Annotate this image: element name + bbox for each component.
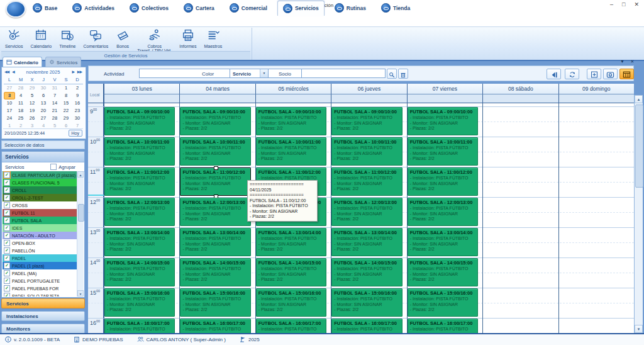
- event-futbol-sala-13-00-14-00[interactable]: FUTBOL SALA - 13:00/14:00- Instalación: …: [256, 228, 326, 256]
- minical-day[interactable]: 22: [60, 107, 72, 115]
- minical-day[interactable]: 7: [49, 92, 60, 99]
- minical-day[interactable]: 4: [15, 92, 26, 99]
- ribbon-tab-base[interactable]: Base: [28, 1, 62, 15]
- service-item-padel[interactable]: ✓PADEL: [3, 254, 78, 262]
- scroll-down-icon[interactable]: ▼: [635, 325, 643, 333]
- service-checkbox[interactable]: ✓: [4, 187, 10, 193]
- ribbon-tab-actividades[interactable]: Actividades: [67, 1, 119, 15]
- minical-day[interactable]: 17: [4, 107, 15, 115]
- event-futbol-sala-13-00-14-00[interactable]: FUTBOL SALA - 13:00/14:00- Instalación: …: [180, 228, 250, 256]
- service-checkbox[interactable]: ✓: [4, 255, 10, 261]
- scroll-down-icon[interactable]: ▼: [77, 290, 84, 297]
- service-checkbox[interactable]: ✓: [4, 247, 10, 254]
- minical-day[interactable]: 23: [72, 107, 83, 115]
- event-futbol-sala-12-00-13-00[interactable]: FUTBOL SALA - 12:00/13:00- Instalación: …: [331, 198, 402, 226]
- services-scrollbar[interactable]: ▲ ▼: [77, 171, 84, 297]
- minical-day[interactable]: 18: [15, 107, 26, 115]
- service-checkbox[interactable]: ✓: [4, 293, 10, 297]
- event-futbol-sala-16-00-17-00[interactable]: FUTBOL SALA - 16:00/17:00- Instalación: …: [408, 319, 478, 333]
- minical-day[interactable]: 29: [26, 84, 38, 92]
- dock-tab-servicios[interactable]: Servicios: [45, 57, 81, 67]
- event-futbol-sala-16-00-17-00[interactable]: FUTBOL SALA - 16:00/17:00- Instalación: …: [256, 319, 326, 333]
- ribbon-button-servicios[interactable]: Servicios: [1, 28, 26, 51]
- minical-day[interactable]: 25: [15, 115, 26, 122]
- zoom-in-button[interactable]: [587, 69, 601, 79]
- event-futbol-sala-09-00-10-00[interactable]: FUTBOL SALA - 09:00/10:00- Instalación: …: [180, 107, 250, 135]
- event-futbol-sala-09-00-10-00[interactable]: FUTBOL SALA - 09:00/10:00- Instalación: …: [104, 107, 175, 135]
- ribbon-button-cobros[interactable]: CobrosTransf. / TPV Virt.: [133, 28, 175, 51]
- minical-day[interactable]: 8: [60, 92, 72, 99]
- service-checkbox[interactable]: ✓: [4, 270, 10, 276]
- service-item-croll[interactable]: ✓CROLL: [3, 186, 78, 194]
- accordion-instalaciones[interactable]: Instalaciones: [1, 311, 85, 321]
- minical-day[interactable]: 27: [38, 115, 49, 122]
- minical-day[interactable]: 31: [49, 84, 60, 92]
- minical-day[interactable]: 21: [49, 107, 60, 115]
- scroll-up-icon[interactable]: ▲: [635, 95, 643, 103]
- allday-cell[interactable]: [255, 94, 331, 103]
- service-item-padel-portugalete[interactable]: ✓PADEL PORTUGALETE: [3, 277, 78, 285]
- event-futbol-sala-13-00-14-00[interactable]: FUTBOL SALA - 13:00/14:00- Instalación: …: [104, 228, 175, 256]
- minical-day[interactable]: 15: [60, 99, 72, 107]
- event-futbol-sala-15-00-16-00[interactable]: FUTBOL SALA - 15:00/16:00- Instalación: …: [408, 288, 478, 317]
- scroll-thumb[interactable]: [635, 105, 643, 188]
- minical-day[interactable]: 28: [15, 84, 26, 92]
- event-futbol-sala-09-00-10-00[interactable]: FUTBOL SALA - 09:00/10:00- Instalación: …: [408, 107, 478, 135]
- color-combobox[interactable]: Servicio ▼: [230, 69, 269, 78]
- service-item-clase-particular-3-plazas[interactable]: ✓CLASE PARTICULAR (3 plazas): [3, 171, 78, 179]
- minical-day[interactable]: 20: [38, 107, 49, 115]
- accordion-servicios[interactable]: Servicios: [1, 298, 85, 308]
- day-view-button[interactable]: [603, 69, 618, 79]
- service-checkbox[interactable]: ✓: [4, 240, 10, 246]
- ribbon-button-bonos[interactable]: Bonos: [112, 28, 133, 51]
- service-item-open-box[interactable]: ✓OPEN-BOX: [3, 239, 78, 247]
- event-futbol-sala-11-00-12-00[interactable]: FUTBOL SALA - 11:00/12:00- Instalación: …: [331, 167, 402, 196]
- refresh-button[interactable]: [565, 69, 579, 79]
- minical-day[interactable]: 11: [15, 99, 26, 107]
- minical-next-year-icon[interactable]: ▶▶: [77, 69, 82, 74]
- minical-next-month-icon[interactable]: ▶: [72, 69, 74, 74]
- service-item-padel-solo-tarjeta[interactable]: ✓PADEL SOLO TARJETA: [3, 292, 78, 297]
- service-item-padel-ma[interactable]: ✓PADEL (MA): [3, 269, 78, 277]
- service-checkbox[interactable]: ✓: [4, 285, 10, 291]
- ribbon-tab-colectivos[interactable]: Colectivos: [125, 1, 174, 15]
- minical-day[interactable]: 1: [60, 84, 72, 92]
- minical-day[interactable]: 30: [38, 84, 49, 92]
- minical-day[interactable]: 29: [60, 115, 72, 122]
- ribbon-tab-cartera[interactable]: Cartera: [179, 1, 219, 15]
- minical-day[interactable]: 3: [4, 92, 15, 99]
- minical-day[interactable]: 5: [26, 92, 38, 99]
- event-futbol-sala-10-00-11-00[interactable]: FUTBOL SALA - 10:00/11:00- Instalación: …: [180, 137, 250, 166]
- event-futbol-sala-12-00-13-00[interactable]: FUTBOL SALA - 12:00/13:00- Instalación: …: [408, 198, 478, 226]
- ribbon-button-calendario[interactable]: Calendario: [26, 28, 55, 51]
- event-futbol-sala-10-00-11-00[interactable]: FUTBOL SALA - 10:00/11:00- Instalación: …: [331, 137, 402, 166]
- service-item-natacion-adulto[interactable]: ✓NATACIÓN - ADULTO: [3, 232, 78, 239]
- chevron-down-icon[interactable]: ▼: [260, 69, 268, 77]
- event-futbol-sala-12-00-13-00[interactable]: FUTBOL SALA - 12:00/13:00- Instalación: …: [180, 198, 250, 226]
- event-futbol-sala-15-00-16-00[interactable]: FUTBOL SALA - 15:00/16:00- Instalación: …: [256, 288, 326, 317]
- minical-day[interactable]: 9: [72, 92, 83, 99]
- event-futbol-sala-13-00-14-00[interactable]: FUTBOL SALA - 13:00/14:00- Instalación: …: [331, 228, 402, 256]
- service-item-clases-funcional-5[interactable]: ✓CLASES FUNCIONAL 5: [3, 179, 78, 186]
- minical-day[interactable]: 12: [26, 99, 38, 107]
- service-item-futbol-11[interactable]: ✓FUTBOL 11: [3, 209, 78, 217]
- service-item-cross[interactable]: ✓CROSS: [3, 201, 78, 209]
- service-checkbox[interactable]: ✓: [4, 278, 10, 284]
- minical-day[interactable]: 2: [72, 84, 83, 92]
- service-item-pabellon[interactable]: ✓PABELLÓN: [3, 247, 78, 254]
- dock-tab-calendario[interactable]: Calendario: [3, 57, 42, 67]
- ribbon-button-timeline[interactable]: Timeline: [55, 28, 79, 51]
- ribbon-tab-rutinas[interactable]: Rutinas: [330, 1, 371, 15]
- event-futbol-sala-11-00-12-00[interactable]: FUTBOL SALA - 11:00/12:00- Instalación: …: [408, 167, 478, 196]
- service-checkbox[interactable]: ✓: [4, 210, 10, 216]
- allday-cell[interactable]: [104, 94, 179, 103]
- close-button[interactable]: ✕: [634, 1, 639, 8]
- event-futbol-sala-11-00-12-00[interactable]: FUTBOL SALA - 11:00/12:00- Instalación: …: [180, 167, 250, 196]
- service-checkbox[interactable]: ✓: [4, 172, 10, 178]
- ribbon-button-comentarios[interactable]: Comentarios: [79, 28, 112, 51]
- today-button[interactable]: Hoy: [69, 130, 82, 137]
- service-checkbox[interactable]: ✓: [4, 195, 10, 201]
- minical-day[interactable]: 10: [4, 99, 15, 107]
- event-futbol-sala-14-00-15-00[interactable]: FUTBOL SALA - 14:00/15:00- Instalación: …: [256, 258, 326, 286]
- event-futbol-sala-15-00-16-00[interactable]: FUTBOL SALA - 15:00/16:00- Instalación: …: [180, 288, 250, 317]
